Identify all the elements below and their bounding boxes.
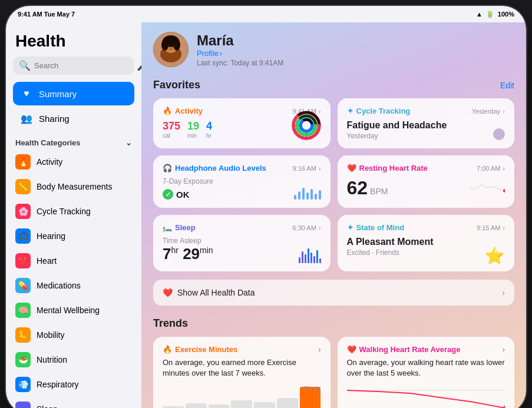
category-label: Medications <box>37 281 81 290</box>
status-indicators: ▲ 🔋 100% <box>476 11 514 18</box>
fatigue-indicator <box>493 128 505 140</box>
svg-point-5 <box>173 39 180 51</box>
category-item-mobility[interactable]: 🦶 Mobility <box>13 323 134 347</box>
profile-name: María <box>197 32 283 49</box>
chevron-right-icon: › <box>319 165 321 172</box>
bpm-number: 62 <box>347 177 368 199</box>
search-bar[interactable]: 🔍 🎤 <box>13 57 134 75</box>
exercise-flame-icon: 🔥 <box>163 345 172 354</box>
category-item-heart[interactable]: ❤️ Heart <box>13 248 134 273</box>
category-item-cycle-tracking[interactable]: 🌸 Cycle Tracking <box>13 199 134 224</box>
state-card-header: ✦ State of Mind 9:15 AM › <box>347 223 505 232</box>
category-label: Mental Wellbeing <box>37 306 100 315</box>
chevron-right-icon: › <box>503 108 505 115</box>
sidebar-item-summary[interactable]: ♥ Summary <box>13 82 134 105</box>
category-item-respiratory[interactable]: 💨 Respiratory <box>13 372 134 397</box>
activity-flame-icon: 🔥 <box>163 107 172 115</box>
state-card-time: 9:15 AM › <box>477 224 505 231</box>
show-all-button[interactable]: ❤️ Show All Health Data › <box>153 280 514 306</box>
headphone-chart <box>294 182 321 200</box>
move-value: 375 <box>163 120 180 132</box>
heart-icon: ❤️ <box>347 164 356 173</box>
sleep-card-header: 🛏️ Sleep 6:30 AM › <box>163 223 321 232</box>
chevron-down-icon: ⌄ <box>125 138 132 147</box>
svg-point-4 <box>161 39 168 51</box>
category-label: Hearing <box>37 231 65 241</box>
sharing-label: Sharing <box>39 114 70 124</box>
ipad-device: 9:41 AM Tue May 7 ▲ 🔋 100% Health 🔍 🎤 ♥ … <box>6 6 526 408</box>
bpm-unit: BPM <box>370 187 388 196</box>
heart-rate-trend-card[interactable]: ❤️ Walking Heart Rate Average › On avera… <box>338 337 515 408</box>
sleep-card[interactable]: 🛏️ Sleep 6:30 AM › Time Asleep 7hr 29min <box>153 215 331 271</box>
summary-label: Summary <box>39 89 77 99</box>
svg-point-14 <box>503 189 505 193</box>
chevron-right-icon: › <box>220 49 222 58</box>
category-label: Nutrition <box>37 355 67 364</box>
bar <box>298 191 300 200</box>
categories-label: Health Categories <box>15 138 81 147</box>
headphone-card[interactable]: 🎧 Headphone Audio Levels 9:16 AM › 7-Day… <box>153 155 331 208</box>
sidebar-item-sharing[interactable]: 👥 Sharing <box>13 107 134 130</box>
sleep-icon: 🛏️ <box>163 223 172 232</box>
state-of-mind-card[interactable]: ✦ State of Mind 9:15 AM › A Pleasant Mom… <box>338 215 515 271</box>
bar <box>254 402 275 408</box>
category-item-medications[interactable]: 💊 Medications <box>13 273 134 298</box>
bar <box>302 188 305 200</box>
heart-rate-title: ❤️ Resting Heart Rate <box>347 164 428 173</box>
sleep-mins: 29 <box>183 245 200 263</box>
state-sub: Excited · Friends <box>347 248 505 257</box>
state-card-title: ✦ State of Mind <box>347 223 405 232</box>
bar <box>310 253 312 263</box>
heart-sparkline <box>470 176 505 196</box>
bar <box>231 400 252 408</box>
category-item-activity[interactable]: 🔥 Activity <box>13 150 134 174</box>
category-item-nutrition[interactable]: 🥗 Nutrition <box>13 347 134 372</box>
profile-link[interactable]: Profile › <box>197 49 283 58</box>
nutrition-icon: 🥗 <box>15 352 31 367</box>
chevron-right-icon: › <box>503 165 505 172</box>
categories-header: Health Categories ⌄ <box>13 134 134 150</box>
category-label: Mobility <box>37 330 64 340</box>
exercise-trend-desc: On average, you earned more Exercise min… <box>163 357 321 379</box>
bar <box>299 257 300 263</box>
cycle-card-header: ✦ Cycle Tracking Yesterday › <box>347 107 505 115</box>
sleep-sub: Time Asleep <box>163 237 321 245</box>
bar <box>209 404 230 408</box>
exercise-stat: 19 min <box>187 120 199 139</box>
category-item-sleep[interactable]: 🛏️ Sleep <box>13 397 134 408</box>
body-measurements-icon: 📏 <box>15 179 31 194</box>
stand-unit: hr <box>206 132 212 139</box>
bar <box>310 189 313 200</box>
cycle-tracking-icon: 🌸 <box>15 204 31 219</box>
main-content: María Profile › Last sync: Today at 9:41… <box>141 22 526 408</box>
heart-rate-trend-title: ❤️ Walking Heart Rate Average › <box>347 345 505 354</box>
bar <box>319 258 321 263</box>
category-label: Cycle Tracking <box>37 207 91 216</box>
category-item-body-measurements[interactable]: 📏 Body Measurements <box>13 174 134 199</box>
stand-stat: 4 hr <box>206 120 212 139</box>
category-item-mental-wellbeing[interactable]: 🧠 Mental Wellbeing <box>13 298 134 323</box>
trends-title: Trends <box>153 317 188 330</box>
category-item-hearing[interactable]: 🎧 Hearing <box>13 224 134 248</box>
sleep-duration: 7hr 29min <box>163 245 321 263</box>
activity-ring <box>292 111 321 140</box>
activity-card[interactable]: 🔥 Activity 9:41 AM › 375 cal <box>153 98 331 148</box>
exercise-trend-title: 🔥 Exercise Minutes › <box>163 345 321 354</box>
state-star-icon: ⭐ <box>484 246 505 266</box>
battery-icon: 🔋 <box>486 11 494 18</box>
bar <box>163 406 184 408</box>
bar <box>319 190 321 200</box>
chevron-right-icon: › <box>503 346 505 354</box>
favorites-grid: 🔥 Activity 9:41 AM › 375 cal <box>153 98 514 271</box>
search-input[interactable] <box>34 61 133 70</box>
exercise-bar-chart <box>163 384 321 408</box>
cycle-tracking-card[interactable]: ✦ Cycle Tracking Yesterday › Fatigue and… <box>338 98 515 148</box>
sidebar: Health 🔍 🎤 ♥ Summary 👥 Sharing Health Ca… <box>6 22 141 408</box>
exercise-trend-card[interactable]: 🔥 Exercise Minutes › On average, you ear… <box>153 337 331 408</box>
avatar-svg <box>153 32 189 67</box>
edit-button[interactable]: Edit <box>500 81 514 90</box>
status-time: 9:41 AM Tue May 7 <box>18 11 75 18</box>
heart-rate-card[interactable]: ❤️ Resting Heart Rate 7:00 AM › 62 BPM <box>338 155 515 208</box>
bar <box>313 256 315 263</box>
chevron-right-icon: › <box>502 288 505 297</box>
